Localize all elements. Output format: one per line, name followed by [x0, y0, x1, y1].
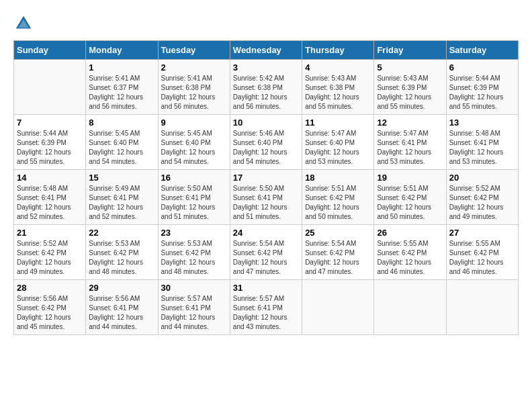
day-number: 15	[89, 173, 154, 183]
day-number: 31	[233, 283, 299, 293]
day-info: Sunrise: 5:50 AM Sunset: 6:41 PM Dayligh…	[233, 184, 299, 222]
day-number: 18	[305, 173, 371, 183]
day-of-week-header: Friday	[374, 41, 446, 60]
day-of-week-header: Monday	[86, 41, 158, 60]
calendar-day-cell: 30Sunrise: 5:57 AM Sunset: 6:41 PM Dayli…	[158, 280, 230, 335]
day-info: Sunrise: 5:44 AM Sunset: 6:39 PM Dayligh…	[17, 129, 83, 167]
day-number: 30	[161, 283, 227, 293]
day-info: Sunrise: 5:46 AM Sunset: 6:40 PM Dayligh…	[233, 129, 299, 167]
day-info: Sunrise: 5:50 AM Sunset: 6:41 PM Dayligh…	[161, 184, 227, 222]
calendar-week-row: 14Sunrise: 5:48 AM Sunset: 6:41 PM Dayli…	[14, 170, 519, 225]
calendar-day-cell: 20Sunrise: 5:52 AM Sunset: 6:42 PM Dayli…	[446, 170, 518, 225]
day-number: 24	[233, 228, 299, 238]
calendar-day-cell: 28Sunrise: 5:56 AM Sunset: 6:42 PM Dayli…	[14, 280, 86, 335]
day-info: Sunrise: 5:45 AM Sunset: 6:40 PM Dayligh…	[89, 129, 154, 167]
day-number: 13	[449, 118, 515, 128]
calendar-day-cell	[446, 280, 518, 335]
day-of-week-header: Thursday	[302, 41, 374, 60]
day-info: Sunrise: 5:43 AM Sunset: 6:39 PM Dayligh…	[377, 74, 443, 111]
calendar-day-cell: 26Sunrise: 5:55 AM Sunset: 6:42 PM Dayli…	[374, 225, 446, 280]
day-info: Sunrise: 5:53 AM Sunset: 6:42 PM Dayligh…	[161, 239, 227, 277]
day-info: Sunrise: 5:44 AM Sunset: 6:39 PM Dayligh…	[449, 74, 515, 111]
day-info: Sunrise: 5:49 AM Sunset: 6:41 PM Dayligh…	[89, 184, 154, 222]
day-number: 10	[233, 118, 299, 128]
calendar-day-cell: 16Sunrise: 5:50 AM Sunset: 6:41 PM Dayli…	[158, 170, 230, 225]
page-header	[13, 13, 519, 34]
day-number: 4	[305, 62, 371, 73]
calendar-week-row: 1Sunrise: 5:41 AM Sunset: 6:37 PM Daylig…	[14, 60, 519, 115]
day-number: 3	[233, 62, 299, 73]
day-number: 22	[89, 228, 154, 238]
day-info: Sunrise: 5:48 AM Sunset: 6:41 PM Dayligh…	[449, 129, 515, 167]
calendar-day-cell: 18Sunrise: 5:51 AM Sunset: 6:42 PM Dayli…	[302, 170, 374, 225]
day-number: 8	[89, 118, 154, 128]
day-of-week-header: Sunday	[14, 41, 86, 60]
calendar-day-cell: 27Sunrise: 5:55 AM Sunset: 6:42 PM Dayli…	[446, 225, 518, 280]
day-number: 21	[17, 228, 83, 238]
calendar-day-cell: 17Sunrise: 5:50 AM Sunset: 6:41 PM Dayli…	[230, 170, 302, 225]
day-number: 12	[377, 118, 443, 128]
day-number: 26	[377, 228, 443, 238]
day-of-week-header: Tuesday	[158, 41, 230, 60]
day-info: Sunrise: 5:54 AM Sunset: 6:42 PM Dayligh…	[305, 239, 371, 277]
day-of-week-header: Saturday	[446, 41, 518, 60]
calendar-day-cell: 14Sunrise: 5:48 AM Sunset: 6:41 PM Dayli…	[14, 170, 86, 225]
calendar-week-row: 28Sunrise: 5:56 AM Sunset: 6:42 PM Dayli…	[14, 280, 519, 335]
calendar-day-cell: 3Sunrise: 5:42 AM Sunset: 6:38 PM Daylig…	[230, 60, 302, 115]
day-info: Sunrise: 5:42 AM Sunset: 6:38 PM Dayligh…	[233, 74, 299, 111]
day-number: 14	[17, 173, 83, 183]
logo-icon	[13, 13, 34, 34]
day-info: Sunrise: 5:55 AM Sunset: 6:42 PM Dayligh…	[449, 239, 515, 277]
calendar-day-cell: 1Sunrise: 5:41 AM Sunset: 6:37 PM Daylig…	[86, 60, 158, 115]
header-row: SundayMondayTuesdayWednesdayThursdayFrid…	[14, 41, 519, 60]
day-number: 23	[161, 228, 227, 238]
day-number: 11	[305, 118, 371, 128]
calendar-day-cell: 21Sunrise: 5:52 AM Sunset: 6:42 PM Dayli…	[14, 225, 86, 280]
calendar-table: SundayMondayTuesdayWednesdayThursdayFrid…	[13, 40, 519, 335]
day-number: 2	[161, 62, 227, 73]
day-info: Sunrise: 5:56 AM Sunset: 6:41 PM Dayligh…	[89, 294, 154, 332]
day-number: 1	[89, 62, 154, 73]
calendar-day-cell: 24Sunrise: 5:54 AM Sunset: 6:42 PM Dayli…	[230, 225, 302, 280]
day-number: 27	[449, 228, 515, 238]
calendar-day-cell: 10Sunrise: 5:46 AM Sunset: 6:40 PM Dayli…	[230, 115, 302, 170]
calendar-day-cell	[374, 280, 446, 335]
day-info: Sunrise: 5:56 AM Sunset: 6:42 PM Dayligh…	[17, 294, 83, 332]
day-info: Sunrise: 5:41 AM Sunset: 6:38 PM Dayligh…	[161, 74, 227, 111]
calendar-day-cell: 9Sunrise: 5:45 AM Sunset: 6:40 PM Daylig…	[158, 115, 230, 170]
calendar-day-cell: 31Sunrise: 5:57 AM Sunset: 6:41 PM Dayli…	[230, 280, 302, 335]
calendar-day-cell: 19Sunrise: 5:51 AM Sunset: 6:42 PM Dayli…	[374, 170, 446, 225]
calendar-body: 1Sunrise: 5:41 AM Sunset: 6:37 PM Daylig…	[14, 60, 519, 335]
day-info: Sunrise: 5:55 AM Sunset: 6:42 PM Dayligh…	[377, 239, 443, 277]
day-number: 9	[161, 118, 227, 128]
day-info: Sunrise: 5:45 AM Sunset: 6:40 PM Dayligh…	[161, 129, 227, 167]
calendar-day-cell	[302, 280, 374, 335]
calendar-day-cell: 2Sunrise: 5:41 AM Sunset: 6:38 PM Daylig…	[158, 60, 230, 115]
day-info: Sunrise: 5:51 AM Sunset: 6:42 PM Dayligh…	[377, 184, 443, 222]
day-info: Sunrise: 5:52 AM Sunset: 6:42 PM Dayligh…	[449, 184, 515, 222]
day-number: 20	[449, 173, 515, 183]
calendar-day-cell	[14, 60, 86, 115]
day-info: Sunrise: 5:57 AM Sunset: 6:41 PM Dayligh…	[161, 294, 227, 332]
calendar-day-cell: 15Sunrise: 5:49 AM Sunset: 6:41 PM Dayli…	[86, 170, 158, 225]
day-number: 25	[305, 228, 371, 238]
calendar-day-cell: 25Sunrise: 5:54 AM Sunset: 6:42 PM Dayli…	[302, 225, 374, 280]
calendar-day-cell: 5Sunrise: 5:43 AM Sunset: 6:39 PM Daylig…	[374, 60, 446, 115]
calendar-day-cell: 8Sunrise: 5:45 AM Sunset: 6:40 PM Daylig…	[86, 115, 158, 170]
calendar-day-cell: 11Sunrise: 5:47 AM Sunset: 6:40 PM Dayli…	[302, 115, 374, 170]
logo	[13, 13, 36, 34]
calendar-day-cell: 22Sunrise: 5:53 AM Sunset: 6:42 PM Dayli…	[86, 225, 158, 280]
calendar-day-cell: 6Sunrise: 5:44 AM Sunset: 6:39 PM Daylig…	[446, 60, 518, 115]
day-info: Sunrise: 5:54 AM Sunset: 6:42 PM Dayligh…	[233, 239, 299, 277]
calendar-day-cell: 4Sunrise: 5:43 AM Sunset: 6:38 PM Daylig…	[302, 60, 374, 115]
calendar-day-cell: 23Sunrise: 5:53 AM Sunset: 6:42 PM Dayli…	[158, 225, 230, 280]
day-of-week-header: Wednesday	[230, 41, 302, 60]
day-number: 16	[161, 173, 227, 183]
day-info: Sunrise: 5:53 AM Sunset: 6:42 PM Dayligh…	[89, 239, 154, 277]
calendar-week-row: 7Sunrise: 5:44 AM Sunset: 6:39 PM Daylig…	[14, 115, 519, 170]
day-number: 19	[377, 173, 443, 183]
calendar-header: SundayMondayTuesdayWednesdayThursdayFrid…	[14, 41, 519, 60]
day-number: 7	[17, 118, 83, 128]
calendar-day-cell: 13Sunrise: 5:48 AM Sunset: 6:41 PM Dayli…	[446, 115, 518, 170]
calendar-day-cell: 12Sunrise: 5:47 AM Sunset: 6:41 PM Dayli…	[374, 115, 446, 170]
